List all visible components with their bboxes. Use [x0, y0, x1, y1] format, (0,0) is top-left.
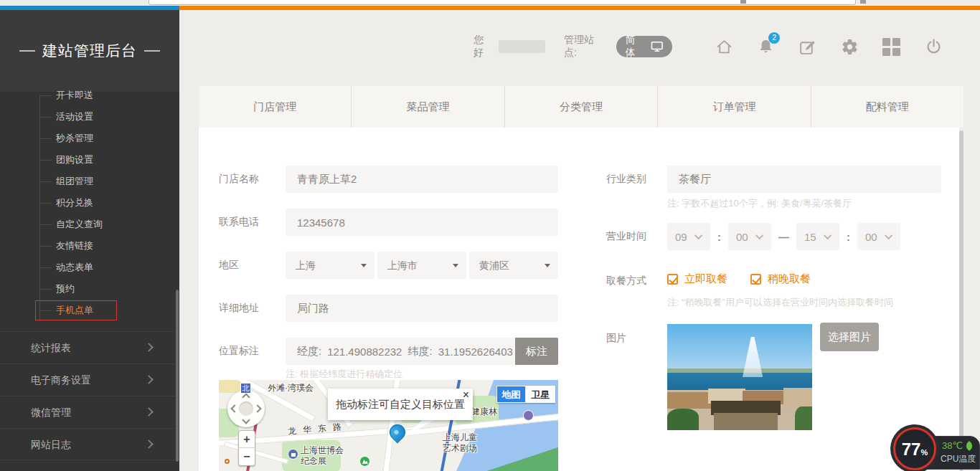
mark-location-button[interactable]: 标注 [515, 338, 558, 365]
chevron-right-icon [144, 439, 154, 449]
browser-chrome [0, 0, 980, 6]
app-title: 建站管理后台 [42, 41, 137, 61]
monitor-icon [651, 41, 664, 52]
section-label: 统计报表 [31, 342, 71, 353]
settings-button[interactable] [841, 37, 859, 56]
pan-center-knob[interactable] [239, 401, 253, 416]
pan-left-arrow[interactable] [230, 404, 238, 412]
cpu-usage-percent: 77 [902, 429, 921, 470]
section-label: 电子商务设置 [31, 374, 91, 386]
zoom-out-button[interactable]: − [239, 448, 255, 465]
zoom-in-button[interactable]: + [239, 431, 255, 448]
district-select[interactable]: 黄浦区 [469, 252, 558, 279]
sidebar-item-card-gift[interactable]: 开卡即送 [0, 85, 179, 106]
pickup-now-checkbox[interactable]: 立即取餐 [667, 272, 727, 286]
phone-input[interactable] [286, 209, 558, 236]
gear-icon [841, 38, 859, 56]
section-label: 网站日志 [31, 439, 71, 450]
pan-down-arrow[interactable] [242, 416, 250, 424]
home-button[interactable] [715, 37, 732, 56]
sidebar-item-seckill-management[interactable]: 秒杀管理 [0, 128, 179, 149]
province-select[interactable]: 上海 [286, 252, 374, 279]
sidebar-section-ecommerce-settings[interactable]: 电子商务设置 [0, 363, 179, 396]
location-label: 位置标注 [219, 345, 259, 358]
map-pan-control[interactable] [227, 390, 265, 427]
district-value: 黄浦区 [479, 260, 509, 271]
tab-dish-management[interactable]: 菜品管理 [352, 86, 504, 128]
tooltip-close-icon[interactable]: × [463, 389, 469, 401]
content-scrollbar-track [959, 128, 963, 471]
photo-building [714, 413, 778, 430]
start-hour-select[interactable]: 09 [667, 223, 710, 250]
photo-sky [667, 324, 812, 372]
pan-right-arrow[interactable] [253, 404, 261, 412]
title-dash-right [144, 50, 160, 52]
chevron-down-icon [755, 232, 763, 239]
end-minute-select[interactable]: 00 [857, 223, 900, 250]
time-dash: — [778, 231, 789, 243]
sidebar-scrollbar[interactable] [176, 290, 179, 462]
section-label: 微信管理 [31, 406, 71, 418]
sidebar-item-friend-links[interactable]: 友情链接 [0, 235, 179, 257]
cpu-monitor-widget[interactable]: 77 % 38℃ CPU温度 [893, 427, 980, 471]
map-view-button[interactable]: 地图 [496, 386, 526, 403]
map-label-park: 健康林 [471, 406, 497, 418]
pan-up-arrow[interactable] [242, 393, 250, 401]
sidebar-item-dynamic-form[interactable]: 动态表单 [0, 257, 179, 278]
edit-button[interactable] [798, 37, 816, 56]
active-item-highlight-box [35, 300, 117, 320]
sidebar-section-wechat-management[interactable]: 微信管理 [0, 396, 179, 428]
start-minute-select[interactable]: 00 [728, 223, 771, 250]
cpu-temp-label: CPU温度 [941, 453, 976, 465]
apps-button[interactable] [882, 37, 900, 56]
content-scrollbar-thumb[interactable] [959, 130, 963, 471]
home-icon [715, 38, 733, 56]
pickup-later-label: 稍晚取餐 [768, 272, 811, 286]
photo-trees [795, 406, 812, 430]
image-label: 图片 [606, 332, 626, 345]
tab-store-management[interactable]: 门店管理 [199, 86, 352, 128]
business-hours-row: 09 : 00 — 15 : 00 [667, 223, 900, 250]
sidebar-section-statistics[interactable]: 统计报表 [0, 331, 179, 363]
sidebar-section-site-logs[interactable]: 网站日志 [0, 428, 179, 460]
address-input[interactable] [286, 295, 558, 322]
industry-note: 注: 字数不超过10个字，例: 美食/粤菜/茶餐厅 [667, 197, 852, 210]
sidebar-item-activity-settings[interactable]: 活动设置 [0, 106, 179, 128]
map-zoom-control: + − [238, 430, 255, 466]
sidebar-item-custom-query[interactable]: 自定义查询 [0, 214, 179, 235]
greeting-text: 您好 [473, 34, 493, 60]
sidebar-item-groupbuy-settings[interactable]: 团购设置 [0, 149, 179, 171]
tab-category-management[interactable]: 分类管理 [505, 86, 658, 128]
language-pill-button[interactable]: 简体 [616, 36, 673, 57]
browser-icon-fragment [860, 0, 866, 4]
store-photo-preview [667, 324, 812, 430]
dropdown-arrow-icon [453, 264, 458, 267]
map-canvas[interactable]: 外滩·湾璞会 龙华东路 上海世博会 纪念展 健康林 上海儿童 艺术剧场 北 + [219, 380, 558, 471]
tab-order-management[interactable]: 订单管理 [658, 86, 811, 128]
business-hours-label: 营业时间 [606, 230, 646, 243]
choose-image-button[interactable]: 选择图片 [820, 323, 879, 351]
sidebar-item-group-management[interactable]: 组团管理 [0, 171, 179, 192]
pickup-now-label: 立即取餐 [684, 272, 727, 286]
sidebar-item-reservation[interactable]: 预约 [0, 278, 179, 300]
music-venue-icon [523, 410, 534, 421]
coordinates-field[interactable]: 经度: 121.490882232 纬度: 31.1952626403 [286, 338, 515, 365]
city-select[interactable]: 上海市 [377, 252, 466, 279]
pickup-later-checkbox[interactable]: 稍晚取餐 [750, 272, 811, 286]
store-name-input[interactable] [286, 166, 558, 193]
tab-bar: 门店管理 菜品管理 分类管理 订单管理 配料管理 [199, 86, 963, 128]
tooltip-text: 拖动标注可自定义目标位置 [336, 398, 465, 411]
end-hour-select[interactable]: 15 [796, 223, 839, 250]
dropdown-arrow-icon [361, 264, 367, 267]
start-hour-value: 09 [675, 231, 687, 243]
address-label: 详细地址 [219, 302, 259, 315]
city-value: 上海市 [387, 260, 418, 271]
notifications-button[interactable]: 2 [757, 37, 775, 56]
tab-ingredient-management[interactable]: 配料管理 [811, 86, 963, 128]
logout-button[interactable] [925, 37, 943, 56]
cpu-temp-row: 38℃ [942, 440, 973, 451]
sidebar-item-points-exchange[interactable]: 积分兑换 [0, 192, 179, 214]
satellite-view-button[interactable]: 卫星 [526, 386, 555, 403]
map-poi-dot [225, 459, 230, 464]
industry-input[interactable] [667, 166, 941, 193]
